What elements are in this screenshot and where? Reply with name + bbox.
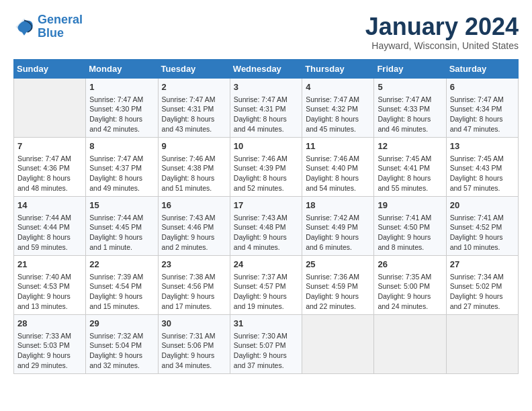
- day-info: Sunrise: 7:41 AMSunset: 4:52 PMDaylight:…: [450, 213, 515, 253]
- day-cell: [14, 78, 86, 137]
- day-info: Sunrise: 7:44 AMSunset: 4:44 PMDaylight:…: [17, 213, 82, 253]
- day-cell: 17Sunrise: 7:43 AMSunset: 4:48 PMDayligh…: [230, 196, 302, 255]
- day-number: 21: [17, 259, 82, 271]
- day-cell: 12Sunrise: 7:45 AMSunset: 4:41 PMDayligh…: [374, 137, 446, 196]
- day-number: 15: [89, 199, 154, 212]
- day-info: Sunrise: 7:40 AMSunset: 4:53 PMDaylight:…: [17, 272, 82, 312]
- day-number: 12: [378, 140, 442, 152]
- title-block: January 2024 Hayward, Wisconsin, United …: [365, 13, 519, 51]
- day-info: Sunrise: 7:37 AMSunset: 4:57 PMDaylight:…: [234, 272, 298, 312]
- day-cell: 25Sunrise: 7:36 AMSunset: 4:59 PMDayligh…: [302, 255, 374, 314]
- day-info: Sunrise: 7:47 AMSunset: 4:33 PMDaylight:…: [378, 95, 442, 134]
- week-row-5: 28Sunrise: 7:33 AMSunset: 5:03 PMDayligh…: [14, 314, 519, 373]
- day-info: Sunrise: 7:47 AMSunset: 4:31 PMDaylight:…: [162, 95, 226, 134]
- day-info: Sunrise: 7:46 AMSunset: 4:38 PMDaylight:…: [162, 154, 226, 193]
- day-cell: 16Sunrise: 7:43 AMSunset: 4:46 PMDayligh…: [158, 196, 230, 255]
- day-cell: 10Sunrise: 7:46 AMSunset: 4:39 PMDayligh…: [230, 137, 302, 196]
- day-cell: 31Sunrise: 7:30 AMSunset: 5:07 PMDayligh…: [230, 314, 302, 373]
- day-info: Sunrise: 7:30 AMSunset: 5:07 PMDaylight:…: [234, 331, 298, 371]
- day-cell: 13Sunrise: 7:45 AMSunset: 4:43 PMDayligh…: [446, 137, 518, 196]
- day-cell: 1Sunrise: 7:47 AMSunset: 4:30 PMDaylight…: [86, 78, 158, 137]
- week-row-4: 21Sunrise: 7:40 AMSunset: 4:53 PMDayligh…: [14, 255, 519, 314]
- day-info: Sunrise: 7:44 AMSunset: 4:45 PMDaylight:…: [89, 213, 154, 253]
- logo-line1: General: [38, 13, 83, 26]
- day-number: 13: [450, 140, 515, 152]
- header-cell-monday: Monday: [86, 59, 158, 78]
- day-info: Sunrise: 7:33 AMSunset: 5:03 PMDaylight:…: [17, 331, 82, 371]
- day-info: Sunrise: 7:43 AMSunset: 4:46 PMDaylight:…: [162, 213, 226, 253]
- day-cell: 28Sunrise: 7:33 AMSunset: 5:03 PMDayligh…: [14, 314, 86, 373]
- day-number: 23: [162, 259, 226, 271]
- day-number: 25: [306, 259, 370, 271]
- day-cell: 3Sunrise: 7:47 AMSunset: 4:31 PMDaylight…: [230, 78, 302, 137]
- day-cell: 9Sunrise: 7:46 AMSunset: 4:38 PMDaylight…: [158, 137, 230, 196]
- day-number: 26: [378, 259, 442, 271]
- day-number: 4: [306, 81, 370, 93]
- day-info: Sunrise: 7:47 AMSunset: 4:30 PMDaylight:…: [89, 95, 154, 134]
- header-cell-thursday: Thursday: [302, 59, 374, 78]
- day-info: Sunrise: 7:47 AMSunset: 4:31 PMDaylight:…: [234, 95, 298, 134]
- day-cell: 26Sunrise: 7:35 AMSunset: 5:00 PMDayligh…: [374, 255, 446, 314]
- day-cell: 27Sunrise: 7:34 AMSunset: 5:02 PMDayligh…: [446, 255, 518, 314]
- day-cell: 21Sunrise: 7:40 AMSunset: 4:53 PMDayligh…: [14, 255, 86, 314]
- day-info: Sunrise: 7:46 AMSunset: 4:40 PMDaylight:…: [306, 154, 370, 193]
- day-info: Sunrise: 7:41 AMSunset: 4:50 PMDaylight:…: [378, 213, 442, 253]
- day-number: 8: [89, 140, 154, 152]
- day-info: Sunrise: 7:46 AMSunset: 4:39 PMDaylight:…: [234, 154, 298, 193]
- header-cell-friday: Friday: [374, 59, 446, 78]
- day-cell: [374, 314, 446, 373]
- day-number: 19: [378, 199, 442, 212]
- day-cell: [446, 314, 518, 373]
- day-number: 7: [17, 140, 82, 152]
- day-number: 18: [306, 199, 370, 212]
- week-row-1: 1Sunrise: 7:47 AMSunset: 4:30 PMDaylight…: [14, 78, 519, 137]
- day-info: Sunrise: 7:47 AMSunset: 4:32 PMDaylight:…: [306, 95, 370, 134]
- day-info: Sunrise: 7:47 AMSunset: 4:37 PMDaylight:…: [89, 154, 154, 193]
- day-cell: 2Sunrise: 7:47 AMSunset: 4:31 PMDaylight…: [158, 78, 230, 137]
- day-number: 27: [450, 259, 515, 271]
- day-number: 1: [89, 81, 154, 93]
- day-cell: 14Sunrise: 7:44 AMSunset: 4:44 PMDayligh…: [14, 196, 86, 255]
- week-row-2: 7Sunrise: 7:47 AMSunset: 4:36 PMDaylight…: [14, 137, 519, 196]
- day-cell: 4Sunrise: 7:47 AMSunset: 4:32 PMDaylight…: [302, 78, 374, 137]
- day-cell: 15Sunrise: 7:44 AMSunset: 4:45 PMDayligh…: [86, 196, 158, 255]
- day-number: 9: [162, 140, 226, 152]
- day-number: 20: [450, 199, 515, 212]
- day-cell: 23Sunrise: 7:38 AMSunset: 4:56 PMDayligh…: [158, 255, 230, 314]
- day-number: 11: [306, 140, 370, 152]
- header-cell-tuesday: Tuesday: [158, 59, 230, 78]
- day-number: 22: [89, 259, 154, 271]
- day-number: 10: [234, 140, 298, 152]
- day-info: Sunrise: 7:35 AMSunset: 5:00 PMDaylight:…: [378, 272, 442, 312]
- day-info: Sunrise: 7:43 AMSunset: 4:48 PMDaylight:…: [234, 213, 298, 253]
- day-info: Sunrise: 7:38 AMSunset: 4:56 PMDaylight:…: [162, 272, 226, 312]
- day-number: 31: [234, 318, 298, 330]
- day-info: Sunrise: 7:47 AMSunset: 4:34 PMDaylight:…: [450, 95, 515, 134]
- day-number: 28: [17, 318, 82, 330]
- day-cell: 11Sunrise: 7:46 AMSunset: 4:40 PMDayligh…: [302, 137, 374, 196]
- day-info: Sunrise: 7:36 AMSunset: 4:59 PMDaylight:…: [306, 272, 370, 312]
- calendar-header: SundayMondayTuesdayWednesdayThursdayFrid…: [14, 59, 519, 78]
- day-info: Sunrise: 7:45 AMSunset: 4:43 PMDaylight:…: [450, 154, 515, 193]
- day-cell: 18Sunrise: 7:42 AMSunset: 4:49 PMDayligh…: [302, 196, 374, 255]
- day-cell: 20Sunrise: 7:41 AMSunset: 4:52 PMDayligh…: [446, 196, 518, 255]
- day-cell: 19Sunrise: 7:41 AMSunset: 4:50 PMDayligh…: [374, 196, 446, 255]
- calendar-table: SundayMondayTuesdayWednesdayThursdayFrid…: [13, 59, 519, 374]
- month-title: January 2024: [365, 13, 519, 40]
- day-number: 30: [162, 318, 226, 330]
- page-header: General Blue January 2024 Hayward, Wisco…: [13, 13, 519, 51]
- day-number: 6: [450, 81, 515, 93]
- header-cell-sunday: Sunday: [14, 59, 86, 78]
- day-cell: 6Sunrise: 7:47 AMSunset: 4:34 PMDaylight…: [446, 78, 518, 137]
- day-number: 5: [378, 81, 442, 93]
- day-number: 16: [162, 199, 226, 212]
- logo-text: General Blue: [38, 13, 83, 40]
- day-number: 17: [234, 199, 298, 212]
- day-info: Sunrise: 7:39 AMSunset: 4:54 PMDaylight:…: [89, 272, 154, 312]
- day-cell: 22Sunrise: 7:39 AMSunset: 4:54 PMDayligh…: [86, 255, 158, 314]
- header-row: SundayMondayTuesdayWednesdayThursdayFrid…: [14, 59, 519, 78]
- header-cell-wednesday: Wednesday: [230, 59, 302, 78]
- calendar-body: 1Sunrise: 7:47 AMSunset: 4:30 PMDaylight…: [14, 78, 519, 373]
- header-cell-saturday: Saturday: [446, 59, 518, 78]
- day-info: Sunrise: 7:31 AMSunset: 5:06 PMDaylight:…: [162, 331, 226, 371]
